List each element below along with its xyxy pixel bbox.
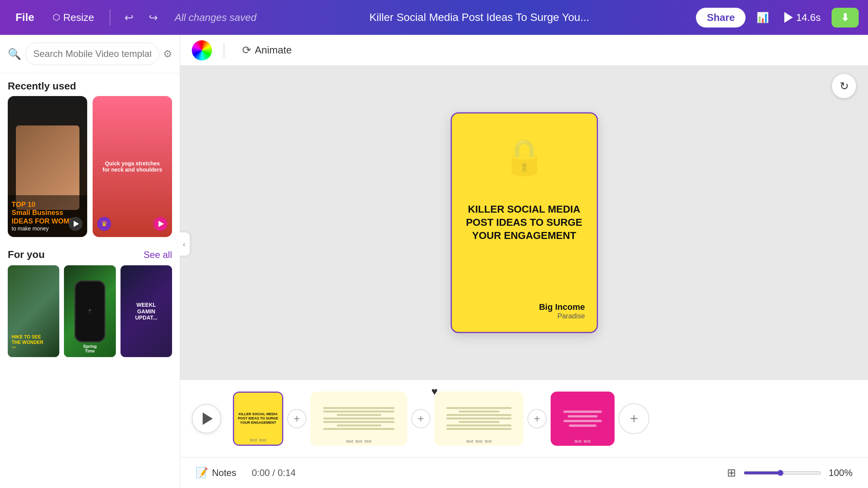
redo-button[interactable]: ↪	[144, 8, 162, 27]
template-card-1[interactable]: TOP 10Small BusinessIDEAS FOR WOMEN to m…	[8, 96, 87, 237]
timeline-frame-1[interactable]: KILLER SOCIAL MEDIAPOST IDEAS TO SURGEYO…	[233, 392, 283, 446]
timeline-frame-4[interactable]: text text	[551, 392, 615, 446]
filmstrip: KILLER SOCIAL MEDIAPOST IDEAS TO SURGEYO…	[233, 392, 856, 446]
search-bar: 🔍 ⚙	[0, 35, 180, 73]
file-menu-button[interactable]: File	[9, 8, 40, 27]
toolbar-divider	[224, 43, 224, 58]
template-card-gaming[interactable]: WEEKLGAMINUPDAT...	[121, 265, 172, 357]
bottom-bar: 📝 Notes 0:00 / 0:14 ⊞ 100%	[180, 457, 868, 488]
search-icon: 🔍	[8, 48, 21, 60]
frame1-label1: text	[250, 438, 257, 442]
animate-button[interactable]: ⟳ Animate	[236, 41, 298, 60]
card-logo: Big Income Paradise	[539, 302, 585, 320]
timeline-panel: ♥ KILLER SOCIAL MEDIAPOST IDEAS TO SURGE…	[180, 380, 868, 457]
template-card-forest[interactable]: HIKE TO SEETHE WONDER »»	[8, 265, 59, 357]
zoom-percentage: 100%	[829, 467, 852, 478]
see-all-button[interactable]: See all	[144, 249, 172, 260]
search-input[interactable]	[25, 43, 159, 65]
timeline-play-icon	[203, 412, 213, 425]
notes-label: Notes	[212, 467, 236, 478]
frame1-label2: text	[259, 438, 266, 442]
canvas-area: ⟳ Animate ↻ 🔒 KILLER SOCIAL MEDIA POST I…	[180, 35, 868, 488]
template-card-phone[interactable]: 📱 SpringTime	[64, 265, 115, 357]
timeline-frame-3[interactable]: text text text	[434, 392, 524, 446]
animate-label: Animate	[255, 44, 292, 56]
for-you-label: For you	[8, 249, 45, 261]
frame2-label2: text	[355, 439, 362, 443]
frame3-label1: text	[466, 439, 473, 443]
canvas-toolbar: ⟳ Animate	[180, 35, 868, 66]
zoom-slider[interactable]	[744, 470, 821, 476]
topbar: File ⬡ Resize ↩ ↪ All changes saved Kill…	[0, 0, 868, 35]
card-watermark: 🔒	[503, 137, 546, 177]
frame4-label1: text	[575, 439, 582, 443]
for-you-header: For you See all	[8, 249, 172, 261]
recently-used-grid: TOP 10Small BusinessIDEAS FOR WOMEN to m…	[0, 96, 180, 245]
sidebar-panel: 🔍 ⚙ Recently used TOP 10Small BusinessID…	[0, 35, 180, 488]
frame3-label3: text	[485, 439, 492, 443]
card-headline-text[interactable]: KILLER SOCIAL MEDIA POST IDEAS TO SURGE …	[452, 195, 597, 250]
main-layout: 🔍 ⚙ Recently used TOP 10Small BusinessID…	[0, 35, 868, 488]
reset-position-button[interactable]: ↻	[832, 74, 856, 98]
topbar-divider	[110, 10, 110, 25]
for-you-section: For you See all HIKE TO SEETHE WONDER »»	[0, 245, 180, 362]
canvas-main: ↻ 🔒 KILLER SOCIAL MEDIA POST IDEAS TO SU…	[180, 66, 868, 380]
frame2-label1: text	[346, 439, 353, 443]
color-wheel-button[interactable]	[192, 40, 212, 60]
frame4-label2: text	[584, 439, 591, 443]
preview-play-button[interactable]: 14.6s	[780, 9, 825, 27]
filter-icon[interactable]: ⚙	[163, 48, 172, 60]
animate-icon: ⟳	[242, 44, 251, 57]
logo-main-text: Big Income	[539, 302, 585, 312]
refresh-icon: ↻	[840, 80, 849, 93]
add-frame-button-3[interactable]: +	[527, 409, 547, 428]
download-icon: ⬇	[841, 12, 849, 24]
undo-button[interactable]: ↩	[120, 8, 138, 27]
frame2-label3: text	[365, 439, 372, 443]
resize-icon: ⬡	[53, 12, 60, 22]
recently-used-label: Recently used	[0, 73, 180, 96]
design-canvas-card[interactable]: 🔒 KILLER SOCIAL MEDIA POST IDEAS TO SURG…	[451, 112, 598, 333]
autosave-status: All changes saved	[175, 12, 257, 24]
add-frame-button-4[interactable]: +	[618, 403, 649, 434]
frame3-label2: text	[475, 439, 482, 443]
download-button[interactable]: ⬇	[832, 8, 859, 27]
playback-time: 0:00 / 0:14	[252, 467, 296, 478]
timeline-play-button[interactable]	[192, 404, 221, 433]
play-triangle-icon	[784, 12, 793, 23]
resize-button[interactable]: ⬡ Resize	[46, 9, 100, 27]
notes-button[interactable]: 📝 Notes	[196, 467, 236, 479]
grid-view-icon[interactable]: ⊞	[727, 466, 736, 479]
template-card-2[interactable]: Quick yoga stretchesfor neck and shoulde…	[93, 96, 172, 237]
sidebar-collapse-button[interactable]: ‹	[178, 232, 190, 256]
notes-icon: 📝	[196, 467, 208, 479]
for-you-grid: HIKE TO SEETHE WONDER »» 📱 Spring	[8, 261, 172, 362]
timeline-frame-2[interactable]: text text text	[310, 392, 407, 446]
analytics-icon[interactable]: 📊	[752, 9, 773, 27]
add-frame-button-2[interactable]: +	[411, 409, 431, 428]
logo-sub-text: Paradise	[539, 312, 585, 320]
share-button[interactable]: Share	[696, 8, 746, 27]
document-title[interactable]: Killer Social Media Post Ideas To Surge …	[269, 11, 690, 24]
add-frame-button-1[interactable]: +	[287, 409, 307, 428]
